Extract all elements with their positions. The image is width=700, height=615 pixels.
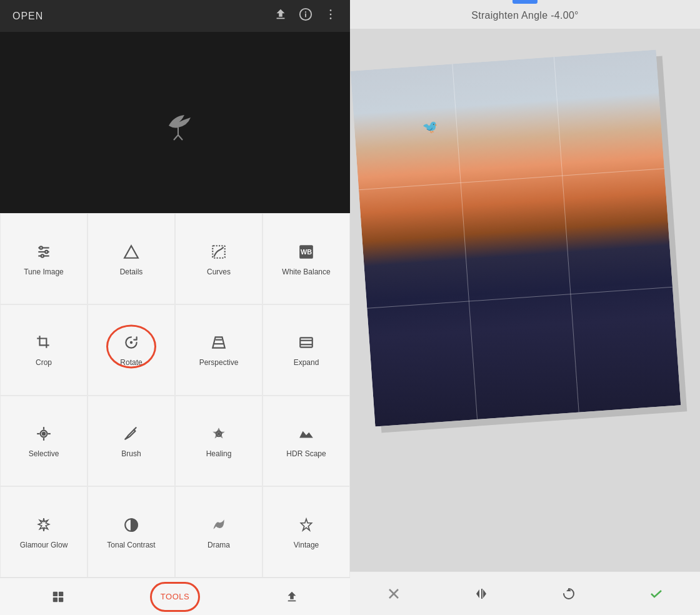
curves-icon	[211, 244, 227, 262]
svg-rect-22	[300, 338, 312, 348]
tool-white-balance[interactable]: WB White Balance	[262, 213, 350, 304]
tune-image-label: Tune Image	[24, 268, 64, 276]
slider-indicator	[512, 0, 538, 4]
svg-point-13	[45, 251, 48, 253]
tool-tune-image[interactable]: Tune Image	[0, 213, 88, 304]
vintage-label: Vintage	[294, 541, 319, 549]
tool-selective[interactable]: Selective	[0, 396, 88, 487]
straighten-label: Straighten Angle -4.00°	[471, 10, 579, 21]
tools-grid: Tune Image Details Curves	[0, 213, 350, 578]
details-icon	[123, 244, 139, 262]
tool-expand[interactable]: Expand	[262, 304, 350, 396]
svg-point-4	[330, 14, 332, 16]
confirm-button[interactable]	[641, 578, 672, 609]
action-bar	[350, 571, 700, 615]
expand-label: Expand	[294, 358, 319, 367]
svg-point-5	[330, 18, 332, 19]
grid-v2	[554, 57, 579, 412]
brush-icon	[123, 426, 139, 444]
svg-rect-38	[59, 597, 63, 601]
svg-point-24	[42, 432, 45, 435]
image-preview	[0, 32, 350, 213]
vintage-icon	[298, 517, 314, 536]
svg-rect-37	[53, 597, 58, 601]
svg-text:WB: WB	[301, 248, 312, 256]
perspective-label: Perspective	[199, 358, 239, 367]
rotate-icon	[123, 334, 139, 353]
glamour-label: Glamour Glow	[20, 541, 68, 549]
tool-rotate[interactable]: Rotate	[88, 304, 175, 396]
export-nav-icon	[285, 590, 299, 604]
tool-glamour-glow[interactable]: Glamour Glow	[0, 486, 88, 578]
hdr-label: HDR Scape	[286, 449, 326, 458]
svg-point-12	[40, 246, 42, 249]
white-balance-label: White Balance	[282, 268, 330, 276]
preview-bird-icon	[150, 104, 200, 141]
tool-curves[interactable]: Curves	[175, 213, 262, 304]
rotate-cw-icon	[561, 586, 576, 601]
crop-label: Crop	[36, 358, 52, 367]
perspective-icon	[211, 334, 227, 353]
flip-button[interactable]	[466, 578, 497, 609]
tools-nav-label: TOOLS	[161, 592, 189, 601]
svg-line-7	[174, 135, 178, 140]
wb-icon: WB	[298, 244, 314, 262]
tool-crop[interactable]: Crop	[0, 304, 88, 396]
top-icons	[274, 8, 338, 24]
healing-icon	[211, 426, 227, 444]
svg-point-19	[130, 341, 132, 344]
left-panel: OPEN	[0, 0, 350, 615]
right-panel: Straighten Angle -4.00° 🐦	[350, 0, 700, 615]
selective-icon	[36, 426, 52, 444]
tool-brush[interactable]: Brush	[88, 396, 175, 487]
grid-v1	[452, 64, 478, 419]
rotate-cw-button[interactable]	[553, 578, 584, 609]
curves-label: Curves	[207, 268, 231, 276]
nav-export[interactable]	[233, 578, 350, 615]
svg-line-29	[134, 428, 136, 429]
info-icon[interactable]	[299, 8, 312, 24]
expand-icon	[298, 334, 314, 353]
crop-icon	[36, 334, 52, 353]
tool-details[interactable]: Details	[88, 213, 175, 304]
svg-point-14	[41, 254, 44, 257]
confirm-icon	[649, 586, 664, 601]
tool-vintage[interactable]: Vintage	[262, 486, 350, 578]
svg-marker-34	[301, 519, 311, 530]
grid-overlay	[351, 50, 681, 427]
flip-icon	[474, 586, 489, 601]
cancel-button[interactable]	[378, 578, 409, 609]
ocean-image: 🐦	[351, 50, 681, 427]
svg-rect-35	[53, 591, 58, 596]
rotated-image-frame: 🐦	[351, 50, 681, 427]
drama-icon	[211, 517, 227, 536]
selective-label: Selective	[29, 449, 59, 458]
tonal-icon	[123, 517, 139, 536]
tune-image-icon	[36, 244, 52, 262]
cancel-icon	[386, 586, 401, 601]
tool-tonal-contrast[interactable]: Tonal Contrast	[88, 486, 175, 578]
grid-h1	[359, 168, 664, 190]
nav-tools[interactable]: TOOLS	[117, 578, 234, 615]
brush-label: Brush	[121, 449, 141, 458]
details-label: Details	[120, 268, 143, 276]
drama-label: Drama	[208, 541, 230, 549]
tool-drama[interactable]: Drama	[175, 486, 262, 578]
healing-label: Healing	[206, 449, 232, 458]
rotate-label: Rotate	[120, 358, 142, 367]
more-icon[interactable]	[324, 8, 338, 24]
hdr-icon	[298, 426, 314, 444]
glamour-icon	[36, 517, 52, 536]
svg-rect-36	[59, 591, 63, 596]
export-icon[interactable]	[274, 8, 288, 24]
grid-h2	[367, 286, 672, 308]
canvas-area[interactable]: 🐦	[350, 29, 700, 571]
tool-healing[interactable]: Healing	[175, 396, 262, 487]
top-bar: OPEN	[0, 0, 350, 32]
nav-looks[interactable]	[0, 578, 117, 615]
svg-rect-39	[288, 600, 296, 601]
bottom-nav: TOOLS	[0, 578, 350, 615]
tool-perspective[interactable]: Perspective	[175, 304, 262, 396]
tool-hdr-scape[interactable]: HDR Scape	[262, 396, 350, 487]
svg-marker-15	[124, 246, 138, 258]
